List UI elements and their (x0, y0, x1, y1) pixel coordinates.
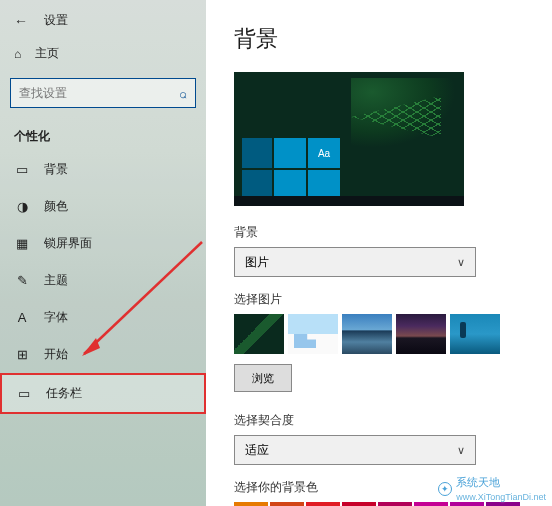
background-icon: ▭ (14, 162, 30, 178)
watermark-text: 系统天地 (456, 476, 500, 488)
window-title: 设置 (44, 12, 68, 29)
sidebar-item-font[interactable]: A 字体 (0, 299, 206, 336)
select-value: 图片 (245, 254, 269, 271)
thumbnail-row (234, 314, 532, 354)
back-button[interactable]: ← (14, 13, 28, 29)
color-swatch[interactable] (234, 502, 268, 506)
color-swatch[interactable] (486, 502, 520, 506)
section-label: 个性化 (0, 116, 206, 151)
desktop-preview: Aa (234, 72, 464, 206)
search-icon: ⌕ (179, 86, 187, 101)
fit-select[interactable]: 适应 ∨ (234, 435, 476, 465)
page-title: 背景 (234, 24, 532, 54)
sidebar-item-label: 颜色 (44, 198, 68, 215)
sidebar-item-colors[interactable]: ◑ 颜色 (0, 188, 206, 225)
color-swatch[interactable] (270, 502, 304, 506)
thumbnail[interactable] (450, 314, 500, 354)
watermark-url: www.XiTongTianDi.net (456, 492, 546, 502)
color-swatch[interactable] (414, 502, 448, 506)
lockscreen-icon: ▦ (14, 236, 30, 252)
watermark-logo-icon: ✦ (438, 482, 452, 496)
search-input[interactable] (19, 86, 179, 100)
color-swatch[interactable] (306, 502, 340, 506)
sidebar: ← 设置 ⌂ 主页 ⌕ 个性化 ▭ 背景 ◑ 颜色 ▦ 锁屏界面 (0, 0, 206, 506)
start-icon: ⊞ (14, 347, 30, 363)
preview-sample-text: Aa (308, 138, 340, 168)
sidebar-item-start[interactable]: ⊞ 开始 (0, 336, 206, 373)
sidebar-item-label: 开始 (44, 346, 68, 363)
sidebar-item-theme[interactable]: ✎ 主题 (0, 262, 206, 299)
color-swatches (234, 502, 532, 506)
thumbnail[interactable] (288, 314, 338, 354)
sidebar-item-lockscreen[interactable]: ▦ 锁屏界面 (0, 225, 206, 262)
watermark: ✦ 系统天地 www.XiTongTianDi.net (438, 475, 546, 502)
sidebar-item-label: 锁屏界面 (44, 235, 92, 252)
thumbnail[interactable] (396, 314, 446, 354)
background-type-select[interactable]: 图片 ∨ (234, 247, 476, 277)
sidebar-item-label: 任务栏 (46, 385, 82, 402)
bg-label: 背景 (234, 224, 532, 241)
fit-label: 选择契合度 (234, 412, 532, 429)
sidebar-item-label: 背景 (44, 161, 68, 178)
browse-button[interactable]: 浏览 (234, 364, 292, 392)
theme-icon: ✎ (14, 273, 30, 289)
sidebar-item-background[interactable]: ▭ 背景 (0, 151, 206, 188)
home-label: 主页 (35, 45, 59, 62)
main-content: 背景 Aa 背景 图片 ∨ 选择图片 浏览 选择契合度 适应 ∨ (206, 0, 552, 506)
font-icon: A (14, 310, 30, 326)
home-nav[interactable]: ⌂ 主页 (0, 37, 206, 70)
color-swatch[interactable] (450, 502, 484, 506)
sidebar-item-label: 字体 (44, 309, 68, 326)
sidebar-item-label: 主题 (44, 272, 68, 289)
chevron-down-icon: ∨ (457, 444, 465, 457)
color-swatch[interactable] (342, 502, 376, 506)
color-icon: ◑ (14, 199, 30, 215)
pick-label: 选择图片 (234, 291, 532, 308)
taskbar-icon: ▭ (16, 386, 32, 402)
search-box[interactable]: ⌕ (10, 78, 196, 108)
thumbnail[interactable] (234, 314, 284, 354)
select-value: 适应 (245, 442, 269, 459)
sidebar-item-taskbar[interactable]: ▭ 任务栏 (0, 373, 206, 414)
thumbnail[interactable] (342, 314, 392, 354)
chevron-down-icon: ∨ (457, 256, 465, 269)
color-swatch[interactable] (378, 502, 412, 506)
home-icon: ⌂ (14, 47, 21, 61)
